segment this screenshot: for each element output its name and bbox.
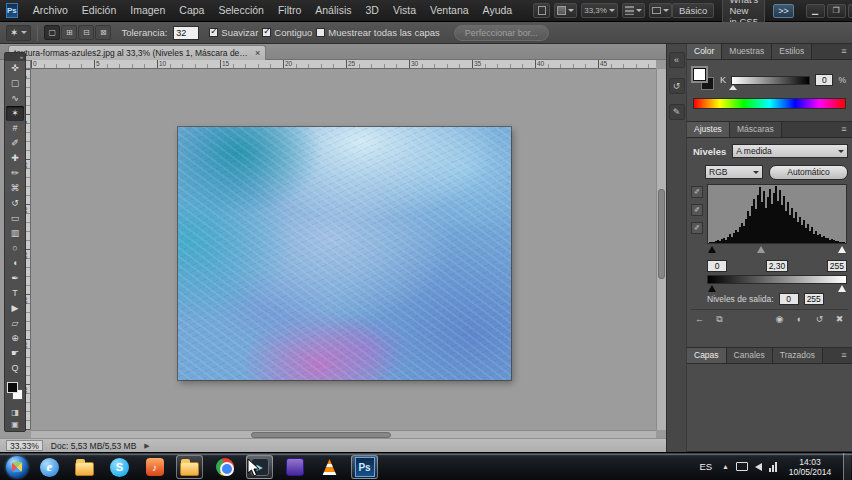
media-player-icon[interactable]: ♪ xyxy=(141,455,168,479)
tab-muestras[interactable]: Muestras xyxy=(722,44,772,59)
levels-preset-dropdown[interactable]: A medida xyxy=(732,144,848,158)
gradient-tool-icon[interactable]: ▥ xyxy=(6,226,24,241)
tool-preset-picker[interactable]: ✶ xyxy=(6,25,31,41)
channel-dropdown[interactable]: RGB xyxy=(705,165,763,179)
visibility-icon[interactable]: ◉ xyxy=(773,313,786,325)
menu-item-seleccion[interactable]: Selección xyxy=(211,0,271,21)
video-player-icon[interactable]: ▶ xyxy=(246,455,273,479)
k-slider[interactable] xyxy=(731,76,810,85)
panel-menu-icon[interactable]: ≡ xyxy=(836,44,852,59)
menu-item-archivo[interactable]: Archivo xyxy=(26,0,75,21)
black-point-eyedropper-icon[interactable]: ✐ xyxy=(691,186,703,198)
menu-item-filtro[interactable]: Filtro xyxy=(271,0,308,21)
network-tray-icon[interactable] xyxy=(769,462,777,472)
input-black-slider[interactable] xyxy=(708,246,716,253)
hidden-icons-chevron[interactable]: ▲ xyxy=(722,463,729,470)
pen-tool-icon[interactable]: ✒ xyxy=(6,271,24,286)
tab-close-icon[interactable]: × xyxy=(255,49,260,58)
return-to-adjustments-icon[interactable]: ← xyxy=(693,313,706,325)
selection-new-icon[interactable]: ▢ xyxy=(44,25,60,40)
selection-subtract-icon[interactable]: ⊟ xyxy=(78,25,94,40)
clock[interactable]: 14:03 10/05/2014 xyxy=(784,457,836,477)
chrome-icon[interactable] xyxy=(211,455,238,479)
tab-ajustes[interactable]: Ajustes xyxy=(687,122,730,137)
tab-color[interactable]: Color xyxy=(687,44,722,59)
status-zoom-field[interactable]: 33,33% xyxy=(6,440,43,451)
canvas[interactable] xyxy=(31,69,656,430)
menu-item-edicion[interactable]: Edición xyxy=(75,0,123,21)
messenger-icon[interactable]: S xyxy=(106,455,133,479)
lasso-tool-icon[interactable]: ∿ xyxy=(6,91,24,106)
color-swatches[interactable] xyxy=(6,380,24,406)
display-tray-icon[interactable] xyxy=(736,462,748,471)
color-spectrum-ramp[interactable] xyxy=(693,98,846,109)
blur-tool-icon[interactable]: ○ xyxy=(6,241,24,256)
ruler-horizontal[interactable]: 051015202530354045 xyxy=(31,60,656,69)
vertical-scroll-thumb[interactable] xyxy=(658,189,665,279)
selection-add-icon[interactable]: ⊞ xyxy=(61,25,77,40)
toolbox-collapse-icon[interactable]: » xyxy=(5,53,25,61)
zoom-tool-icon[interactable]: Q xyxy=(6,361,24,376)
hand-tool-icon[interactable]: ☛ xyxy=(6,346,24,361)
photoshop-icon[interactable]: Ps xyxy=(351,455,378,479)
workspace-switcher[interactable]: Básico xyxy=(672,3,715,18)
dodge-tool-icon[interactable]: ◖ xyxy=(6,256,24,271)
shape-tool-icon[interactable]: ▱ xyxy=(6,316,24,331)
input-white-field[interactable]: 255 xyxy=(827,260,847,272)
k-value-field[interactable]: 0 xyxy=(815,74,833,86)
checkbox-muestrear-todas-las-capas[interactable]: Muestrear todas las capas xyxy=(316,27,439,38)
internet-explorer-icon[interactable]: e xyxy=(36,455,63,479)
checkbox-contiguo[interactable]: Contiguo xyxy=(262,27,312,38)
close-button[interactable]: ✕ xyxy=(848,4,852,18)
view-extras-icon[interactable] xyxy=(554,3,577,18)
history-brush-tool-icon[interactable]: ↺ xyxy=(6,196,24,211)
photoshop-logo-icon[interactable]: Ps xyxy=(6,3,18,18)
eyedropper-tool-icon[interactable]: ✐ xyxy=(6,136,24,151)
output-black-field[interactable]: 0 xyxy=(779,293,799,305)
menu-item-imagen[interactable]: Imagen xyxy=(123,0,172,21)
explorer-window-icon[interactable] xyxy=(176,455,203,479)
arrange-documents-icon[interactable] xyxy=(622,3,645,18)
input-gamma-field[interactable]: 2,30 xyxy=(766,260,789,272)
path-selection-tool-icon[interactable]: ▶ xyxy=(6,301,24,316)
tab-estilos[interactable]: Estilos xyxy=(772,44,812,59)
tab-mascaras[interactable]: Máscaras xyxy=(730,122,782,137)
tab-canales[interactable]: Canales xyxy=(727,348,773,363)
view-previous-state-icon[interactable]: ◐ xyxy=(793,313,806,325)
magic-wand-tool-icon[interactable]: ✶ xyxy=(6,106,24,121)
bridge-launch-icon[interactable] xyxy=(533,3,550,18)
auto-levels-button[interactable]: Automático xyxy=(769,165,848,180)
healing-brush-tool-icon[interactable]: ✚ xyxy=(6,151,24,166)
menu-item-analisis[interactable]: Análisis xyxy=(308,0,358,21)
menu-item-3d[interactable]: 3D xyxy=(358,0,385,21)
clone-stamp-tool-icon[interactable]: ⌘ xyxy=(6,181,24,196)
marquee-tool-icon[interactable]: ▢ xyxy=(6,76,24,91)
output-black-slider[interactable] xyxy=(708,285,716,292)
delete-adjustment-icon[interactable]: ✖ xyxy=(833,313,846,325)
output-white-field[interactable]: 255 xyxy=(804,293,824,305)
menu-item-ayuda[interactable]: Ayuda xyxy=(476,0,520,21)
history-panel-icon[interactable]: ↺ xyxy=(669,78,685,94)
input-white-slider[interactable] xyxy=(838,246,846,253)
checkbox-suavizar[interactable]: Suavizar xyxy=(209,27,258,38)
eraser-tool-icon[interactable]: ▭ xyxy=(6,211,24,226)
move-tool-icon[interactable]: ✜ xyxy=(6,61,24,76)
selection-intersect-icon[interactable]: ⊠ xyxy=(95,25,111,40)
document-tab[interactable]: textura-formas-azules2.jpg al 33,3% (Niv… xyxy=(8,45,266,60)
output-white-slider[interactable] xyxy=(838,285,846,292)
type-tool-icon[interactable]: T xyxy=(6,286,24,301)
tab-capas[interactable]: Capas xyxy=(687,348,727,363)
vertical-scrollbar[interactable] xyxy=(656,69,666,430)
input-black-field[interactable]: 0 xyxy=(707,260,727,272)
menu-item-vista[interactable]: Vista xyxy=(386,0,423,21)
rotate-3d-tool-icon[interactable]: ⊕ xyxy=(6,331,24,346)
quick-mask-icon[interactable]: ◨ xyxy=(7,406,23,418)
menu-item-ventana[interactable]: Ventana xyxy=(423,0,476,21)
restore-button[interactable]: ❐ xyxy=(827,4,846,18)
clip-to-layer-icon[interactable]: ⧉ xyxy=(713,313,726,325)
menu-item-capa[interactable]: Capa xyxy=(172,0,211,21)
input-gamma-slider[interactable] xyxy=(757,246,765,253)
tab-trazados[interactable]: Trazados xyxy=(773,348,823,363)
language-indicator[interactable]: ES xyxy=(696,459,715,474)
foreground-color-swatch[interactable] xyxy=(7,382,18,393)
